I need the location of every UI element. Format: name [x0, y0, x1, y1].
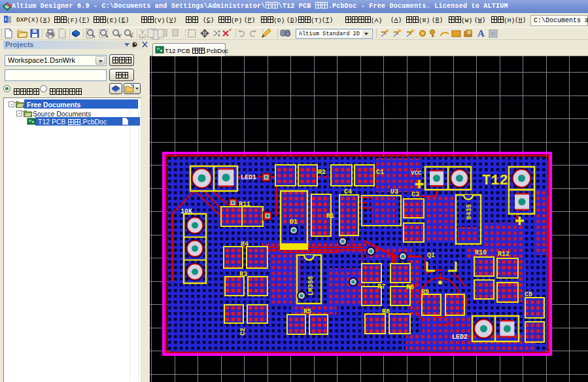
- svg-text:C5: C5: [525, 291, 532, 298]
- svg-text:Q1: Q1: [427, 252, 435, 259]
- svg-text:LED2: LED2: [452, 334, 468, 341]
- svg-text:C2: C2: [239, 328, 247, 336]
- svg-text:C4: C4: [344, 188, 352, 196]
- svg-text:R3: R3: [239, 271, 247, 278]
- svg-text:R4: R4: [241, 241, 249, 248]
- svg-text:T12: T12: [482, 173, 508, 189]
- svg-text:R1: R1: [326, 213, 334, 220]
- svg-text:D1: D1: [290, 218, 298, 226]
- svg-text:R5: R5: [303, 308, 311, 315]
- svg-text:U3: U3: [390, 188, 398, 196]
- svg-text:LED1: LED1: [241, 174, 256, 181]
- svg-text:R9: R9: [421, 288, 429, 296]
- svg-text:R6: R6: [406, 284, 414, 291]
- svg-text:R10: R10: [475, 249, 487, 256]
- svg-text:A: A: [477, 28, 485, 39]
- svg-text:R2: R2: [318, 169, 326, 176]
- svg-text:LM358: LM358: [307, 276, 315, 296]
- svg-text:R12: R12: [498, 251, 510, 258]
- svg-text:R7: R7: [377, 283, 385, 290]
- svg-text:C3: C3: [411, 191, 419, 198]
- svg-text:VCC: VCC: [411, 170, 422, 177]
- svg-text:9435: 9435: [466, 204, 473, 220]
- svg-text:R8: R8: [382, 308, 390, 315]
- svg-text:C1: C1: [376, 169, 384, 176]
